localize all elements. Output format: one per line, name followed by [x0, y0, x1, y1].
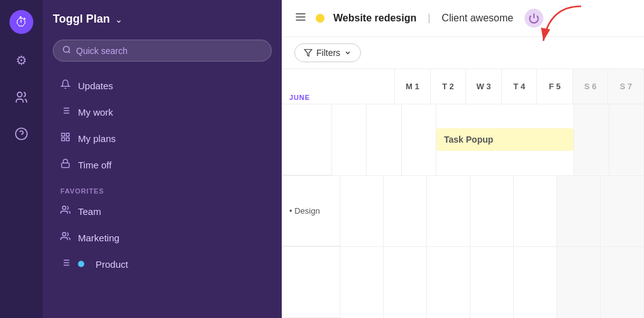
day-slot-t4-r3: [470, 247, 514, 318]
topbar-divider: |: [428, 13, 430, 24]
design-label: • Design: [289, 206, 320, 216]
sidebar-item-timeoff[interactable]: Time off: [53, 152, 272, 177]
product-label: Product: [96, 259, 128, 270]
svg-rect-13: [66, 138, 69, 141]
product-dot: [78, 261, 84, 267]
client-name: Client awesome: [441, 13, 513, 24]
calendar-row-3: [282, 247, 644, 318]
svg-rect-15: [62, 163, 69, 167]
favorites-section-label: FAVORITES: [53, 178, 272, 199]
sidebar-item-team[interactable]: Team: [53, 199, 272, 224]
sidebar: Toggl Plan ⌄ Updates My work: [43, 0, 282, 318]
day-header-s6: S 6: [573, 69, 609, 104]
sidebar-item-product[interactable]: Product: [53, 251, 272, 277]
settings-icon[interactable]: ⚙: [12, 49, 31, 72]
day-slot-s7-r3: [601, 247, 644, 318]
topbar: Website redesign | Client awesome: [282, 0, 644, 37]
people-icon[interactable]: [11, 87, 32, 108]
row2-label: • Design: [282, 176, 340, 247]
filters-button[interactable]: Filters: [294, 43, 361, 62]
day-slot-s7-r1: [609, 104, 645, 175]
search-icon: [62, 45, 71, 56]
team-label: Team: [78, 206, 101, 217]
calendar-row-1: Task Popup: [282, 104, 644, 176]
project-color-dot: [316, 14, 325, 23]
day-slot-t4-r2: [470, 176, 514, 247]
product-icon: [60, 258, 70, 270]
svg-marker-29: [304, 50, 312, 57]
day-slot-t2-r1: [367, 104, 402, 175]
main-content: Website redesign | Client awesome: [282, 0, 644, 318]
list-icon: [60, 106, 70, 118]
marketing-icon: [60, 231, 70, 244]
chevron-down-icon: ⌄: [115, 14, 123, 25]
timeoff-label: Time off: [78, 160, 111, 170]
project-name: Website redesign: [333, 13, 416, 24]
sidebar-item-marketing[interactable]: Marketing: [53, 225, 272, 250]
svg-rect-11: [62, 133, 65, 136]
day-slot-t2-r3: [384, 247, 427, 318]
day-header-s7: S 7: [608, 69, 644, 104]
menu-icon[interactable]: [294, 11, 307, 26]
sidebar-item-myplans[interactable]: My plans: [53, 126, 272, 151]
day-slot-s7-r2: [601, 176, 644, 247]
svg-rect-14: [62, 138, 65, 141]
day-header-m1: M 1: [395, 69, 431, 104]
svg-line-4: [69, 52, 70, 53]
task-popup-bar[interactable]: Task Popup: [436, 128, 574, 151]
sidebar-item-updates[interactable]: Updates: [53, 73, 272, 98]
lock-icon: [60, 158, 70, 171]
bell-icon: [60, 79, 70, 92]
day-slot-m1-r1: [332, 104, 367, 175]
day-header-f5: F 5: [537, 69, 573, 104]
help-icon[interactable]: [11, 123, 32, 145]
svg-point-0: [18, 92, 22, 97]
day-slot-w3-r2: [427, 176, 470, 247]
calendar-row-2: • Design: [282, 176, 644, 248]
grid-icon: [60, 132, 70, 145]
sidebar-header[interactable]: Toggl Plan ⌄: [53, 10, 272, 28]
app-title: Toggl Plan: [53, 13, 110, 26]
day-header-t4: T 4: [502, 69, 538, 104]
day-header-t2: T 2: [431, 69, 467, 104]
team-icon: [60, 205, 70, 217]
marketing-label: Marketing: [78, 233, 119, 243]
task-popup-label: Task Popup: [444, 134, 493, 145]
day-slot-s6-r2: [557, 176, 601, 247]
day-slot-m1-r2: [340, 176, 384, 247]
month-label: JUNE: [289, 94, 310, 101]
sidebar-item-mywork[interactable]: My work: [53, 99, 272, 124]
day-slot-t2-r2: [384, 176, 427, 247]
updates-label: Updates: [78, 80, 113, 91]
day-slot-f5-r2: [514, 176, 557, 247]
myplans-label: My plans: [78, 133, 116, 144]
filter-bar: Filters: [282, 37, 644, 69]
svg-point-17: [62, 233, 65, 236]
mywork-label: My work: [78, 107, 113, 118]
power-button[interactable]: [525, 9, 543, 28]
row3-label: [282, 247, 340, 318]
search-input[interactable]: [76, 46, 262, 56]
calendar: JUNE M 1 T 2 W 3 T 4 F 5 S 6 S 7: [282, 69, 644, 318]
day-slot-s6-r3: [557, 247, 601, 318]
day-header-w3: W 3: [466, 69, 502, 104]
search-box[interactable]: [53, 40, 272, 62]
day-slot-t4-r1: Task Popup: [436, 104, 574, 175]
row1-label: [282, 104, 332, 175]
svg-point-3: [64, 47, 69, 52]
app-logo[interactable]: ⏱: [9, 10, 33, 34]
day-slot-f5-r3: [514, 247, 557, 318]
day-slot-w3-r1: [402, 104, 437, 175]
svg-rect-12: [66, 133, 69, 136]
svg-point-16: [62, 206, 65, 209]
filters-label: Filters: [316, 48, 340, 58]
day-slot-s6-r1: [574, 104, 609, 175]
icon-rail: ⏱ ⚙: [0, 0, 43, 318]
day-slot-w3-r3: [427, 247, 470, 318]
day-slot-m1-r3: [340, 247, 384, 318]
